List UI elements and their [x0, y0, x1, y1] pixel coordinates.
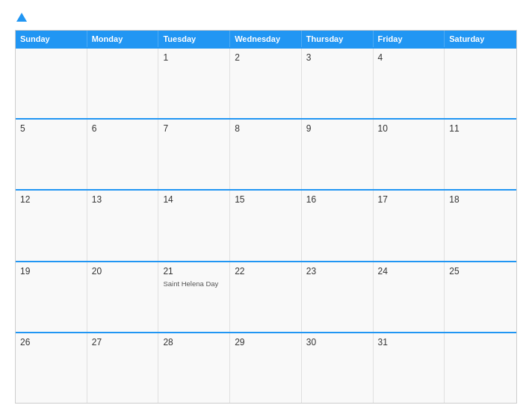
cal-cell: 16: [302, 191, 374, 260]
cal-cell: 5: [16, 120, 87, 189]
logo-triangle-icon: [16, 13, 27, 22]
day-number: 13: [92, 194, 102, 205]
day-number: 16: [306, 194, 316, 205]
cal-cell: [445, 49, 516, 118]
cal-cell: [16, 49, 87, 118]
day-number: 15: [235, 194, 244, 205]
calendar-body: 123456789101112131415161718192021Saint H…: [16, 47, 516, 403]
day-number: 29: [235, 337, 244, 347]
day-number: 30: [306, 337, 316, 347]
day-number: 11: [449, 123, 459, 134]
cal-cell: 28: [158, 333, 230, 403]
cal-cell: 4: [374, 49, 445, 118]
week-row-1: 1234: [16, 47, 516, 118]
cal-cell: 9: [302, 120, 374, 189]
cal-cell: 8: [230, 120, 302, 189]
cal-cell: 12: [16, 191, 87, 260]
day-number: 14: [163, 194, 173, 205]
day-number: 2: [235, 52, 240, 63]
day-header-monday: Monday: [87, 31, 159, 47]
cal-cell: 20: [87, 262, 159, 332]
cal-cell: 2: [230, 49, 302, 118]
day-number: 8: [235, 123, 240, 134]
cal-cell: 15: [230, 191, 302, 260]
week-row-3: 12131415161718: [16, 189, 516, 260]
day-number: 10: [378, 123, 388, 134]
cal-cell: 7: [158, 120, 230, 189]
cal-cell: 13: [87, 191, 159, 260]
day-number: 6: [92, 123, 97, 134]
day-number: 7: [163, 123, 168, 134]
cal-cell: 29: [230, 333, 302, 403]
cal-cell: 22: [230, 262, 302, 332]
day-header-saturday: Saturday: [445, 31, 516, 47]
day-number: 22: [235, 266, 244, 276]
day-number: 4: [378, 52, 383, 63]
cal-cell: 10: [374, 120, 445, 189]
cal-cell: 3: [302, 49, 374, 118]
cal-cell: 11: [445, 120, 516, 189]
day-number: 27: [92, 337, 102, 347]
day-header-wednesday: Wednesday: [230, 31, 302, 47]
day-number: 26: [20, 337, 30, 347]
week-row-4: 192021Saint Helena Day22232425: [16, 261, 516, 332]
cal-cell: 17: [374, 191, 445, 260]
cal-cell: [445, 333, 516, 403]
day-number: 25: [449, 266, 459, 276]
header: [15, 13, 517, 22]
day-header-tuesday: Tuesday: [158, 31, 230, 47]
days-header-row: SundayMondayTuesdayWednesdayThursdayFrid…: [16, 31, 516, 47]
cal-cell: 25: [445, 262, 516, 332]
day-number: 24: [378, 266, 388, 276]
week-row-2: 567891011: [16, 118, 516, 189]
cal-event: Saint Helena Day: [163, 279, 218, 288]
cal-cell: 27: [87, 333, 159, 403]
cal-cell: 24: [374, 262, 445, 332]
cal-cell: 30: [302, 333, 374, 403]
day-number: 17: [378, 194, 388, 205]
calendar-page: SundayMondayTuesdayWednesdayThursdayFrid…: [0, 0, 532, 411]
day-number: 1: [163, 52, 168, 63]
cal-cell: 23: [302, 262, 374, 332]
cal-cell: 6: [87, 120, 159, 189]
day-header-friday: Friday: [374, 31, 445, 47]
logo: [15, 13, 27, 22]
cal-cell: 26: [16, 333, 87, 403]
day-number: 18: [449, 194, 459, 205]
day-number: 20: [92, 266, 102, 276]
cal-cell: 21Saint Helena Day: [158, 262, 230, 332]
day-number: 12: [20, 194, 30, 205]
cal-cell: [87, 49, 159, 118]
cal-cell: 31: [374, 333, 445, 403]
day-number: 5: [20, 123, 25, 134]
cal-cell: 18: [445, 191, 516, 260]
day-number: 23: [306, 266, 316, 276]
day-header-thursday: Thursday: [302, 31, 374, 47]
day-number: 19: [20, 266, 30, 276]
day-number: 28: [163, 337, 173, 347]
day-number: 3: [306, 52, 312, 63]
week-row-5: 262728293031: [16, 332, 516, 403]
calendar-grid: SundayMondayTuesdayWednesdayThursdayFrid…: [15, 30, 517, 404]
day-number: 21: [163, 266, 173, 276]
day-number: 31: [378, 337, 388, 347]
cal-cell: 14: [158, 191, 230, 260]
day-header-sunday: Sunday: [16, 31, 87, 47]
cal-cell: 1: [158, 49, 230, 118]
day-number: 9: [306, 123, 312, 134]
cal-cell: 19: [16, 262, 87, 332]
